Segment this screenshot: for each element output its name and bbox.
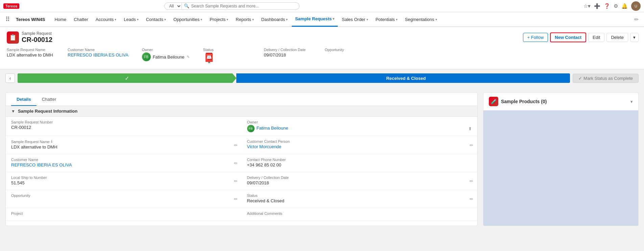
status-active-segment: Received & Closed (236, 73, 570, 83)
form-value-local-ship: 51.545 (11, 180, 236, 186)
delivery-date-edit-icon[interactable]: ✏ (470, 179, 473, 184)
new-contact-button[interactable]: New Contact (550, 32, 586, 42)
nav-item-sample-requests[interactable]: Sample Requests ▾ (292, 12, 338, 27)
form-label-sr-name: Sample Request Name ℹ (11, 139, 236, 144)
tab-details[interactable]: Details (11, 93, 37, 106)
nav-item-leads[interactable]: Leads ▾ (120, 12, 142, 27)
form-field-additional-comments: Additional Comments (242, 208, 478, 221)
form-value-owner[interactable]: Fatima Beiloune (257, 126, 288, 132)
reports-caret-icon: ▾ (252, 18, 254, 21)
main-content: Details Chatter ▼ Sample Request Informa… (0, 87, 644, 231)
record-name: CR-00012 (22, 36, 52, 44)
accounts-caret-icon: ▾ (115, 18, 116, 21)
right-panel: 🧪 Sample Products (0) ▾ (483, 92, 639, 226)
form-field-delivery-date: Delivery / Collection Date 09/07/2018 ✏ (242, 172, 478, 190)
favorites-icon[interactable]: ☆▾ (583, 3, 591, 9)
form-value-project (11, 216, 236, 217)
contact-person-edit-icon[interactable]: ✏ (470, 142, 473, 147)
form-grid: Sample Request Number CR-00012 Owner FB … (6, 117, 477, 221)
form-field-sr-name: Sample Request Name ℹ LDX alternative to… (6, 136, 242, 154)
nav-item-sales-order[interactable]: Sales Order ▾ (338, 12, 371, 27)
search-bar: All 🔍 (164, 2, 300, 10)
opportunity-edit-icon[interactable]: ✏ (234, 197, 238, 202)
contacts-caret-icon: ▾ (164, 18, 166, 21)
mark-complete-button[interactable]: ✓ Mark Status as Complete (573, 74, 639, 83)
record-type-icon: 📋 (7, 31, 19, 44)
user-avatar[interactable]: U (631, 1, 641, 11)
field-label-owner: Owner (142, 48, 190, 52)
customer-name-edit-icon[interactable]: ✏ (234, 161, 238, 166)
nav-edit-icon[interactable]: ✏ (631, 16, 641, 23)
form-field-local-ship: Local Ship to Number 51.545 ✏ (6, 172, 242, 190)
record-header: 📋 Sample Request CR-00012 Sample Request… (0, 27, 644, 69)
section-toggle-icon: ▼ (11, 109, 15, 114)
field-value-owner: Fatima Beiloune (153, 54, 185, 60)
form-field-project: Project (6, 208, 242, 221)
dashboards-caret-icon: ▾ (286, 18, 288, 21)
field-value-srn: LDX alternative to DMH (7, 52, 54, 58)
apps-grid-icon[interactable]: ⠿ (3, 16, 13, 23)
search-scope-select[interactable]: All (168, 3, 182, 9)
nav-item-potentials[interactable]: Potentials ▾ (372, 12, 401, 27)
notifications-icon[interactable]: 🔔 (621, 3, 628, 9)
sales-order-caret-icon: ▾ (366, 18, 368, 21)
status-completed-segment: ✓ (18, 73, 236, 83)
help-icon[interactable]: ❓ (604, 3, 610, 9)
field-delivery-date: Delivery / Collection Date 09/07/2018 (264, 48, 311, 64)
app-logo[interactable]: Tereos (3, 3, 19, 9)
sample-products-title: Sample Products (0) (501, 99, 547, 104)
follow-button[interactable]: + Follow (523, 33, 548, 42)
sr-name-info-icon[interactable]: ℹ (51, 139, 52, 144)
field-value-cn[interactable]: REFRESCO IBERIA ES OLIVA (68, 52, 128, 58)
more-actions-button[interactable]: ▾ (630, 33, 639, 42)
status-edit-icon[interactable]: ✏ (470, 197, 473, 202)
form-label-local-ship: Local Ship to Number (11, 176, 236, 180)
sr-name-edit-icon[interactable]: ✏ (234, 142, 238, 147)
field-opportunity: Opportunity (325, 48, 372, 64)
edit-button[interactable]: Edit (588, 33, 604, 42)
nav-item-contacts[interactable]: Contacts ▾ (143, 12, 169, 27)
nav-item-projects[interactable]: Projects ▾ (206, 12, 232, 27)
tab-chatter[interactable]: Chatter (37, 93, 62, 106)
status-progress: ✓ Received & Closed (18, 73, 570, 83)
right-panel-body (483, 111, 638, 226)
owner-change-icon[interactable]: ✎ (187, 55, 190, 59)
section-sample-request-info[interactable]: ▼ Sample Request Information (6, 106, 477, 117)
form-field-customer-name: Customer Name REFRESCO IBERIA ES OLIVA ✏ (6, 154, 242, 172)
form-value-customer-name[interactable]: REFRESCO IBERIA ES OLIVA (11, 162, 72, 168)
nav-item-accounts[interactable]: Accounts ▾ (92, 12, 120, 27)
form-label-sr-number: Sample Request Number (11, 120, 236, 124)
settings-icon[interactable]: ⚙ (614, 3, 618, 9)
form-value-contact-person[interactable]: Victor Morcuende (247, 144, 282, 150)
nav-item-chatter[interactable]: Chatter (70, 12, 92, 27)
right-panel-caret-icon[interactable]: ▾ (630, 99, 633, 104)
form-label-contact-phone: Contact Phone Number (247, 158, 472, 162)
form-field-contact-phone: Contact Phone Number +34 962 85 02 00 (242, 154, 478, 172)
owner-field-change-icon[interactable]: ⬆ (468, 126, 472, 131)
potentials-caret-icon: ▾ (396, 18, 398, 21)
search-icon: 🔍 (184, 3, 189, 8)
field-value-dd: 09/07/2018 (264, 52, 311, 58)
nav-item-reports[interactable]: Reports ▾ (232, 12, 257, 27)
nav-item-home[interactable]: Home (51, 12, 70, 27)
status-prev-button[interactable]: ‹ (5, 73, 15, 83)
nav-item-segmentations[interactable]: Segmentations ▾ (402, 12, 440, 27)
add-icon[interactable]: ➕ (594, 3, 600, 9)
nav-item-dashboards[interactable]: Dashboards ▾ (258, 12, 291, 27)
local-ship-edit-icon[interactable]: ✏ (234, 179, 238, 184)
field-label-srn: Sample Request Name (7, 48, 54, 52)
nav-brand: Tereos WIN4S (13, 17, 48, 22)
leads-caret-icon: ▾ (137, 18, 139, 21)
form-field-owner: Owner FB Fatima Beiloune ⬆ (242, 117, 478, 136)
field-sample-request-name: Sample Request Name LDX alternative to D… (7, 48, 54, 64)
nav-item-opportunities[interactable]: Opportunities ▾ (170, 12, 206, 27)
top-bar: Tereos All 🔍 ☆▾ ➕ ❓ ⚙ 🔔 U (0, 0, 644, 12)
record-actions: + Follow New Contact Edit Delete ▾ (523, 32, 639, 42)
search-input[interactable] (191, 4, 286, 8)
form-label-customer-name: Customer Name (11, 158, 236, 162)
top-bar-icons: ☆▾ ➕ ❓ ⚙ 🔔 U (583, 1, 641, 11)
field-owner: Owner FB Fatima Beiloune ✎ (142, 48, 190, 64)
delete-button[interactable]: Delete (606, 33, 628, 42)
field-label-opp: Opportunity (325, 48, 372, 52)
right-panel-header: 🧪 Sample Products (0) ▾ (483, 93, 638, 111)
